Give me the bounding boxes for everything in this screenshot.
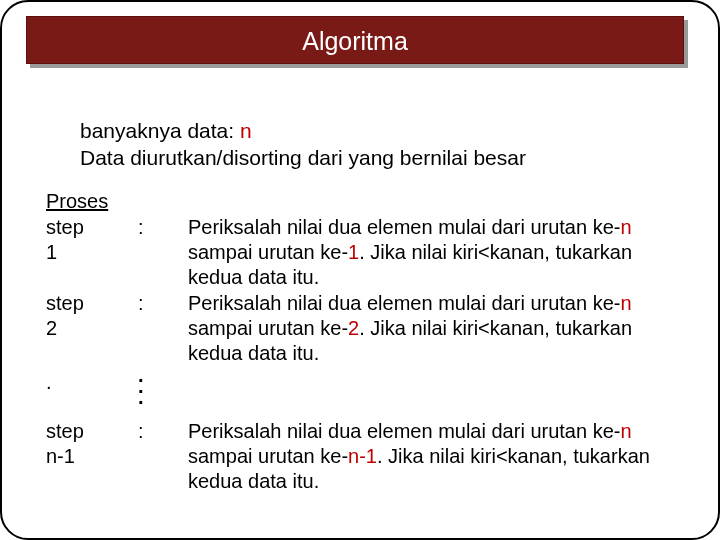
step-colon: : [138, 419, 144, 444]
step-label: step 1 [46, 215, 84, 265]
step-colon: : [138, 291, 144, 316]
step-label: step 2 [46, 291, 84, 341]
intro-line1-prefix: banyaknya data: [80, 119, 240, 142]
intro-line1-n: n [240, 119, 252, 142]
step-colon: : [138, 215, 144, 240]
intro-line1: banyaknya data: n [80, 117, 526, 144]
slide-frame: Algoritma banyaknya data: n Data diurutk… [0, 0, 720, 540]
step-desc: Periksalah nilai dua elemen mulai dari u… [188, 215, 688, 290]
vdot: . [138, 393, 144, 402]
proses-heading: Proses [46, 190, 108, 213]
intro-line2: Data diurutkan/disorting dari yang berni… [80, 144, 526, 171]
step-desc: Periksalah nilai dua elemen mulai dari u… [188, 419, 688, 494]
title-text: Algoritma [302, 27, 408, 55]
step-desc: Periksalah nilai dua elemen mulai dari u… [188, 291, 688, 366]
title-bar: Algoritma [26, 16, 684, 64]
step-label: step n-1 [46, 419, 84, 469]
intro-block: banyaknya data: n Data diurutkan/disorti… [80, 117, 526, 172]
dot: . [46, 371, 52, 394]
